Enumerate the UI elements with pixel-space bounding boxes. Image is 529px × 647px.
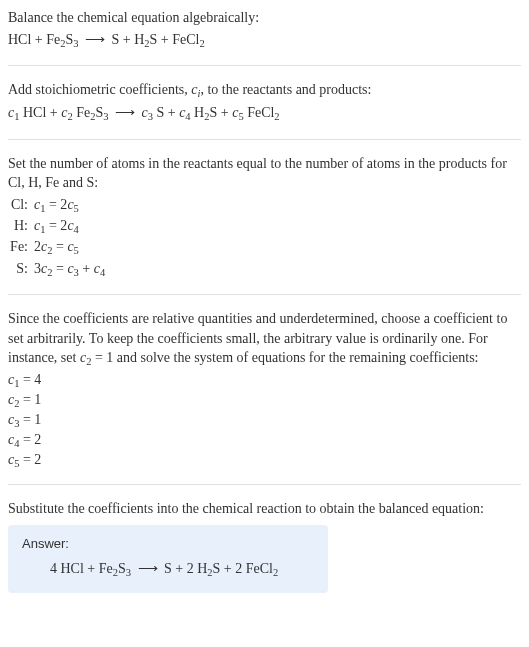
problem-equation: HCl + Fe2S3 ⟶ S + H2S + FeCl2 [8,30,521,51]
solve-title: Since the coefficients are relative quan… [8,309,521,370]
problem-title: Balance the chemical equation algebraica… [8,8,521,28]
element-equation: c1 = 2c5 [34,195,109,216]
element-equation: 2c2 = c5 [34,237,109,258]
answer-equation: 4 HCl + Fe2S3 ⟶ S + 2 H2S + 2 FeCl2 [22,559,314,580]
coefficient-item: c4 = 2 [8,431,521,451]
atom-balance-table: Cl:c1 = 2c5H:c1 = 2c4Fe:2c2 = c5S:3c2 = … [8,195,109,280]
stoich-title: Add stoichiometric coefficients, ci, to … [8,80,521,101]
table-row: Cl:c1 = 2c5 [8,195,109,216]
table-row: H:c1 = 2c4 [8,216,109,237]
element-label: S: [8,259,34,280]
coefficient-item: c2 = 1 [8,391,521,411]
coefficient-item: c5 = 2 [8,451,521,471]
section-solve: Since the coefficients are relative quan… [8,309,521,470]
element-label: Fe: [8,237,34,258]
table-row: Fe:2c2 = c5 [8,237,109,258]
divider [8,139,521,140]
atom-balance-title: Set the number of atoms in the reactants… [8,154,521,193]
section-atom-balance: Set the number of atoms in the reactants… [8,154,521,280]
stoich-equation: c1 HCl + c2 Fe2S3 ⟶ c3 S + c4 H2S + c5 F… [8,103,521,124]
table-row: S:3c2 = c3 + c4 [8,259,109,280]
coefficient-item: c3 = 1 [8,411,521,431]
substitute-title: Substitute the coefficients into the che… [8,499,521,519]
divider [8,65,521,66]
divider [8,484,521,485]
answer-label: Answer: [22,535,314,553]
element-label: Cl: [8,195,34,216]
divider [8,294,521,295]
section-substitute: Substitute the coefficients into the che… [8,499,521,592]
element-label: H: [8,216,34,237]
coefficient-list: c1 = 4c2 = 1c3 = 1c4 = 2c5 = 2 [8,371,521,470]
element-equation: c1 = 2c4 [34,216,109,237]
element-equation: 3c2 = c3 + c4 [34,259,109,280]
answer-box: Answer: 4 HCl + Fe2S3 ⟶ S + 2 H2S + 2 Fe… [8,525,328,593]
section-stoich: Add stoichiometric coefficients, ci, to … [8,80,521,125]
section-problem: Balance the chemical equation algebraica… [8,8,521,51]
coefficient-item: c1 = 4 [8,371,521,391]
